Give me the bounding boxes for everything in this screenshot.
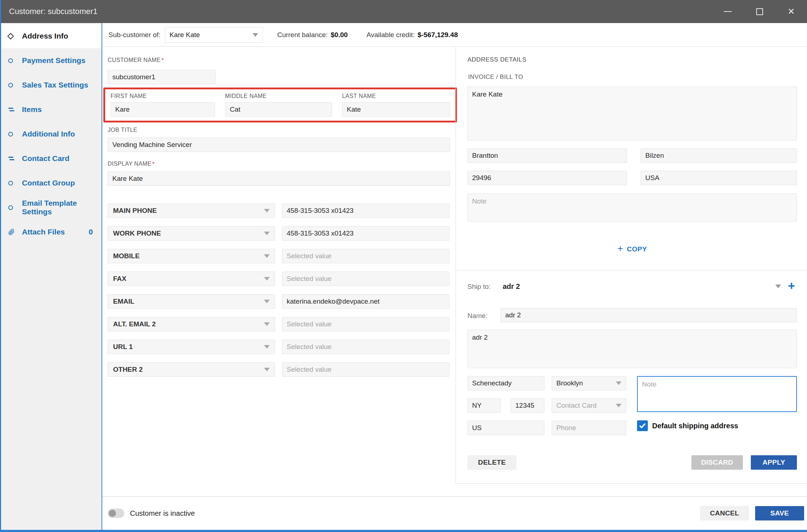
customer-window: Customer: subcustomer1 ✕ Address Info Pa… [0,0,807,532]
maximize-icon [756,8,763,15]
delete-button[interactable]: DELETE [467,455,516,470]
sidebar-item-attach-files[interactable]: Attach Files 0 [1,220,102,244]
sidebar-item-email-template-settings[interactable]: Email Template Settings [1,195,102,220]
sidebar-item-address-info[interactable]: Address Info [1,24,102,48]
sidebar-item-payment-settings[interactable]: Payment Settings [1,48,102,73]
bill-city-input[interactable] [467,148,627,163]
ship-name-input[interactable] [501,308,797,322]
sidebar-item-label: Email Template Settings [22,199,102,216]
contact-value-fax[interactable] [282,272,449,286]
add-shipping-address-button[interactable]: + [788,278,795,293]
required-icon: * [161,57,164,64]
subcustomer-dropdown[interactable]: Kare Kate [165,27,263,43]
main-area: Sub-customer of: Kare Kate Current balan… [102,23,807,530]
contact-value-email[interactable] [282,294,449,309]
minimize-icon [724,11,732,12]
ship-phone-input[interactable] [552,421,626,435]
contact-value-work-phone[interactable] [282,226,449,241]
close-icon: ✕ [788,6,795,17]
sidebar-item-sales-tax-settings[interactable]: Sales Tax Settings [1,73,102,97]
balance-label: Current balance: [277,31,328,39]
circle-icon [8,83,19,88]
bill-state-input[interactable] [641,148,797,163]
first-name-label: FIRST NAME [111,93,147,99]
bill-country-input[interactable] [641,171,797,185]
top-info-bar: Sub-customer of: Kare Kate Current balan… [102,23,807,47]
chevron-down-icon [264,322,270,326]
customer-inactive-toggle[interactable] [108,509,124,518]
ship-contact-card-dropdown[interactable]: Contact Card [552,398,626,413]
minimize-button[interactable] [712,0,744,23]
first-name-input[interactable] [111,102,215,117]
sidebar-item-label: Contact Card [22,154,70,163]
close-button[interactable]: ✕ [775,0,807,23]
chevron-down-icon [616,404,622,407]
contact-type-dropdown-email[interactable]: EMAIL [108,294,275,309]
required-icon: * [152,161,155,167]
ship-borough-dropdown[interactable]: Brooklyn [552,376,626,390]
sidebar-item-label: Items [22,105,42,114]
contact-type-dropdown-other-2[interactable]: OTHER 2 [108,362,275,377]
cancel-button[interactable]: CANCEL [700,506,749,520]
circle-icon [8,58,19,63]
contact-type-dropdown-fax[interactable]: FAX [108,272,275,286]
sidebar-item-label: Sales Tax Settings [22,81,88,89]
chevron-down-icon [252,33,258,37]
bill-zip-input[interactable] [467,171,627,185]
sidebar-item-items[interactable]: Items [1,97,102,122]
bill-note-textarea[interactable] [467,193,797,222]
contact-value-url-1[interactable] [282,340,449,354]
maximize-button[interactable] [744,0,775,23]
display-name-label: DISPLAY NAME* [108,161,155,168]
last-name-input[interactable] [342,102,450,117]
ship-to-dropdown[interactable]: adr 2 [503,279,781,294]
default-shipping-checkbox[interactable] [637,420,648,431]
contact-type-dropdown-mobile[interactable]: MOBILE [108,249,275,263]
circle-icon [8,181,19,185]
ship-address-textarea[interactable]: adr 2 [467,330,797,368]
save-button[interactable]: SAVE [755,506,804,520]
contact-type-dropdown-url-1[interactable]: URL 1 [108,340,275,354]
copy-button[interactable]: + COPY [467,243,797,255]
job-title-label: JOB TITLE [108,127,137,133]
ship-section-divider [456,270,807,271]
apply-button[interactable]: APPLY [751,455,797,470]
available-credit: Available credit: $-567,129.48 [367,31,458,39]
display-name-input[interactable] [108,171,450,186]
discard-button[interactable]: DISCARD [691,455,743,470]
ship-to-label: Ship to: [467,283,490,291]
middle-name-input[interactable] [225,102,332,117]
name-fields-highlight-box: FIRST NAME MIDDLE NAME LAST NAME [103,88,457,122]
paperclip-icon [8,229,19,235]
bill-to-textarea[interactable]: Kare Kate [467,86,797,140]
bill-to-label: INVOICE / BILL TO [468,73,523,81]
ship-country-input[interactable] [467,421,544,435]
contact-type-dropdown-main-phone[interactable]: MAIN PHONE [108,204,275,218]
contact-type-dropdown-alt-email-2[interactable]: ALT. EMAIL 2 [108,317,275,331]
customer-inactive-label: Customer is inactive [130,509,195,518]
contact-type-dropdown-work-phone[interactable]: WORK PHONE [108,226,275,241]
sidebar-item-contact-card[interactable]: Contact Card [1,146,102,171]
sidebar-item-contact-group[interactable]: Contact Group [1,171,102,195]
ship-state-input[interactable] [467,398,501,413]
chevron-down-icon [775,285,781,288]
attach-files-count: 0 [89,228,93,236]
credit-label: Available credit: [367,31,415,39]
ship-city-input[interactable] [467,376,544,390]
default-shipping-label[interactable]: Default shipping address [652,422,738,430]
chevron-down-icon [264,232,270,235]
job-title-input[interactable] [108,138,450,152]
contact-value-other-2[interactable] [282,362,449,377]
customer-name-input[interactable] [108,70,216,84]
sidebar-item-additional-info[interactable]: Additional Info [1,122,102,146]
contact-value-alt-email-2[interactable] [282,317,449,331]
current-balance: Current balance: $0.00 [277,31,348,39]
sidebar-item-label: Payment Settings [22,56,85,65]
ship-zip-input[interactable] [511,398,544,413]
contact-value-main-phone[interactable] [282,204,449,218]
circle-icon [8,132,19,137]
contact-value-mobile[interactable] [282,249,449,263]
diamond-icon [8,34,19,39]
circle-icon [8,205,19,210]
ship-note-textarea[interactable] [637,376,797,412]
